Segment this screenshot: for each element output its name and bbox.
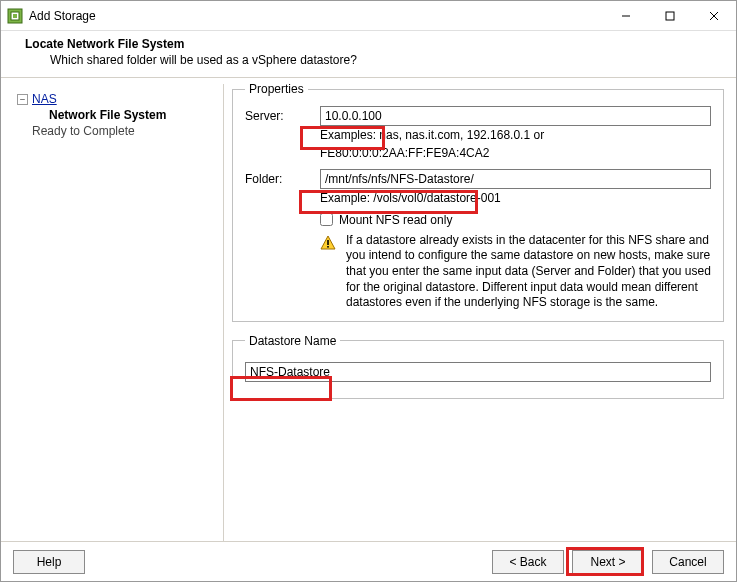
sidebar-item-label: Network File System <box>49 108 166 122</box>
svg-rect-4 <box>666 12 674 20</box>
page-subtitle: Which shared folder will be used as a vS… <box>50 53 718 67</box>
wizard-sidebar: − NAS Network File System Ready to Compl… <box>9 84 224 543</box>
mount-ro-checkbox[interactable] <box>320 213 333 226</box>
warning-text: If a datastore already exists in the dat… <box>346 233 711 311</box>
maximize-button[interactable] <box>648 1 692 31</box>
folder-label: Folder: <box>245 169 320 186</box>
wizard-main: Properties Server: Examples: nas, nas.it… <box>224 78 736 543</box>
svg-rect-8 <box>327 240 329 245</box>
title-bar: Add Storage <box>1 1 736 31</box>
properties-fieldset: Properties Server: Examples: nas, nas.it… <box>232 82 724 322</box>
server-row: Server: Examples: nas, nas.it.com, 192.1… <box>245 106 711 161</box>
back-button[interactable]: < Back <box>492 550 564 574</box>
server-hint-line2: FE80:0:0:0:2AA:FF:FE9A:4CA2 <box>320 146 711 162</box>
datastore-name-input[interactable] <box>245 362 711 382</box>
tree-collapse-icon[interactable]: − <box>17 94 28 105</box>
sidebar-item-ready-to-complete: Ready to Complete <box>32 124 215 138</box>
sidebar-item-network-file-system[interactable]: Network File System <box>49 108 215 122</box>
server-label: Server: <box>245 106 320 123</box>
warning-row: If a datastore already exists in the dat… <box>320 233 711 311</box>
wizard-footer: Help < Back Next > Cancel <box>1 541 736 581</box>
svg-rect-2 <box>13 14 17 18</box>
datastore-name-legend: Datastore Name <box>245 334 340 348</box>
folder-input[interactable] <box>320 169 711 189</box>
help-button[interactable]: Help <box>13 550 85 574</box>
wizard-header: Locate Network File System Which shared … <box>1 31 736 78</box>
next-button[interactable]: Next > <box>572 550 644 574</box>
warning-icon <box>320 235 336 254</box>
close-button[interactable] <box>692 1 736 31</box>
server-input[interactable] <box>320 106 711 126</box>
window-title: Add Storage <box>29 9 604 23</box>
sidebar-item-label: Ready to Complete <box>32 124 135 138</box>
datastore-name-fieldset: Datastore Name <box>232 334 724 399</box>
sidebar-item-nas[interactable]: − NAS <box>17 92 215 106</box>
svg-rect-9 <box>327 246 329 248</box>
page-title: Locate Network File System <box>25 37 718 51</box>
cancel-button[interactable]: Cancel <box>652 550 724 574</box>
properties-legend: Properties <box>245 82 308 96</box>
window-buttons <box>604 1 736 31</box>
app-icon <box>7 8 23 24</box>
wizard-content: − NAS Network File System Ready to Compl… <box>1 78 736 543</box>
minimize-button[interactable] <box>604 1 648 31</box>
mount-ro-label: Mount NFS read only <box>339 213 452 227</box>
server-hint-line1: Examples: nas, nas.it.com, 192.168.0.1 o… <box>320 128 711 144</box>
mount-ro-row: Mount NFS read only <box>320 213 711 227</box>
folder-row: Folder: Example: /vols/vol0/datastore-00… <box>245 169 711 207</box>
sidebar-item-label[interactable]: NAS <box>32 92 57 106</box>
folder-hint: Example: /vols/vol0/datastore-001 <box>320 191 711 207</box>
